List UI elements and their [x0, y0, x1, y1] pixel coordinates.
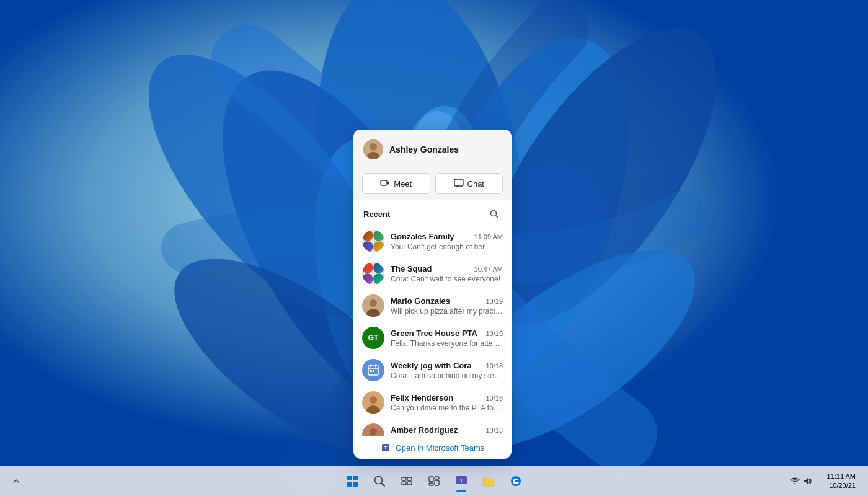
datetime-button[interactable]: 11:11 AM 10/20/21	[822, 469, 861, 494]
search-recent-button[interactable]	[487, 206, 502, 221]
meet-label: Meet	[394, 179, 412, 188]
avatar	[362, 294, 384, 317]
svg-point-48	[511, 476, 521, 486]
open-teams-button[interactable]: T Open in Microsoft Teams	[353, 436, 512, 459]
video-icon	[380, 179, 390, 188]
list-item[interactable]: GT Green Tree House PTA 10/19 Felix: Tha…	[353, 322, 512, 354]
meet-button[interactable]: Meet	[362, 173, 430, 194]
svg-rect-42	[429, 477, 433, 482]
taskbar-left	[7, 475, 25, 487]
search-icon	[490, 210, 498, 218]
chat-name: Gonzales Family	[391, 232, 454, 241]
recent-title: Recent	[363, 210, 390, 219]
svg-rect-16	[454, 179, 463, 186]
windows-logo-icon	[347, 476, 358, 487]
chat-list: Gonzales Family 11:09 AM You: Can't get …	[353, 225, 512, 436]
chat-popup: Ashley Gonzales Meet Chat Recent	[353, 130, 512, 459]
list-item[interactable]: Amber Rodriguez 10/18 That is awesome! L…	[353, 418, 512, 436]
taskbar-right: 11:11 AM 10/20/21	[785, 469, 861, 494]
avatar	[362, 359, 384, 381]
avatar	[362, 262, 384, 285]
svg-rect-27	[373, 370, 374, 372]
chat-preview: Will pick up pizza after my practice.	[391, 307, 503, 316]
chat-top-row: Felix Henderson 10/18	[391, 393, 503, 402]
file-explorer-button[interactable]	[476, 469, 501, 494]
tray-overflow-button[interactable]	[7, 475, 25, 487]
task-view-button[interactable]	[394, 469, 419, 494]
list-item[interactable]: The Squad 10:47 AM Cora: Can't wait to s…	[353, 257, 512, 290]
svg-point-29	[370, 396, 377, 404]
wifi-icon	[790, 476, 800, 486]
list-item[interactable]: Gonzales Family 11:09 AM You: Can't get …	[353, 225, 512, 257]
chat-preview: Cora: I am so behind on my step goals.	[391, 371, 503, 380]
widgets-icon	[428, 475, 440, 487]
date-display: 10/20/21	[829, 481, 856, 490]
svg-rect-39	[407, 477, 412, 480]
svg-rect-26	[370, 370, 372, 372]
chat-preview: Felix: Thanks everyone for attending tod…	[391, 339, 503, 348]
edge-icon	[510, 475, 522, 487]
svg-rect-43	[435, 477, 439, 479]
teams-icon: T	[381, 443, 391, 453]
svg-text:T: T	[459, 477, 463, 484]
chat-time: 10/19	[485, 330, 503, 337]
chat-icon	[454, 179, 464, 188]
recent-header: Recent	[353, 200, 512, 225]
edge-button[interactable]	[503, 469, 528, 494]
list-item[interactable]: Weekly jog with Cora 10/18 Cora: I am so…	[353, 354, 512, 386]
widgets-button[interactable]	[422, 469, 446, 494]
chat-name: Amber Rodriguez	[391, 425, 458, 435]
chat-label: Chat	[467, 179, 484, 188]
chat-time: 11:09 AM	[474, 233, 503, 241]
chevron-up-icon	[12, 477, 20, 485]
search-button[interactable]	[367, 469, 392, 494]
chat-top-row: The Squad 10:47 AM	[391, 264, 503, 273]
svg-rect-15	[381, 180, 387, 185]
system-tray-icons[interactable]	[785, 474, 817, 489]
svg-point-13	[370, 143, 377, 151]
search-icon	[373, 475, 386, 487]
chat-top-row: Amber Rodriguez 10/18	[391, 425, 503, 435]
chat-content: Mario Gonzales 10/19 Will pick up pizza …	[391, 296, 503, 316]
chat-name: Mario Gonzales	[391, 296, 450, 306]
chat-time: 10/18	[485, 394, 503, 402]
chat-time: 10:47 AM	[474, 265, 503, 273]
folder-icon	[482, 475, 495, 487]
svg-rect-40	[402, 482, 406, 485]
svg-line-18	[496, 216, 498, 218]
chat-name: Weekly jog with Cora	[391, 361, 472, 370]
list-item[interactable]: Mario Gonzales 10/19 Will pick up pizza …	[353, 290, 512, 322]
avatar	[362, 391, 384, 414]
chat-button[interactable]: Chat	[435, 173, 503, 194]
chat-top-row: Mario Gonzales 10/19	[391, 296, 503, 306]
chat-name: Felix Henderson	[391, 393, 453, 402]
chat-content: Weekly jog with Cora 10/18 Cora: I am so…	[391, 361, 503, 380]
svg-text:T: T	[384, 445, 387, 451]
svg-rect-45	[429, 483, 433, 485]
chat-preview: You: Can't get enough of her.	[391, 242, 503, 251]
chat-content: Green Tree House PTA 10/19 Felix: Thanks…	[391, 329, 503, 348]
svg-rect-38	[402, 477, 406, 480]
user-name: Ashley Gonzales	[389, 144, 459, 154]
chat-time: 10/19	[485, 298, 503, 305]
start-button[interactable]	[340, 469, 365, 494]
svg-rect-41	[407, 482, 412, 485]
svg-point-32	[370, 428, 377, 436]
taskbar: T	[0, 466, 868, 496]
chat-top-row: Gonzales Family 11:09 AM	[391, 232, 503, 241]
chat-name: Green Tree House PTA	[391, 329, 477, 338]
avatar	[362, 230, 384, 252]
user-avatar	[363, 140, 383, 159]
avatar-image	[363, 140, 383, 159]
chat-content: Gonzales Family 11:09 AM You: Can't get …	[391, 232, 503, 251]
list-item[interactable]: Felix Henderson 10/18 Can you drive me t…	[353, 386, 512, 418]
teams-chat-button[interactable]: T	[449, 469, 474, 494]
chat-content: Amber Rodriguez 10/18 That is awesome! L…	[391, 425, 503, 436]
teams-chat-icon: T	[455, 475, 467, 487]
chat-preview: That is awesome! Love it!	[391, 436, 503, 436]
chat-top-row: Weekly jog with Cora 10/18	[391, 361, 503, 370]
avatar	[362, 423, 384, 436]
svg-rect-44	[435, 480, 439, 485]
svg-line-37	[381, 483, 384, 486]
taskbar-center: T	[340, 469, 528, 494]
